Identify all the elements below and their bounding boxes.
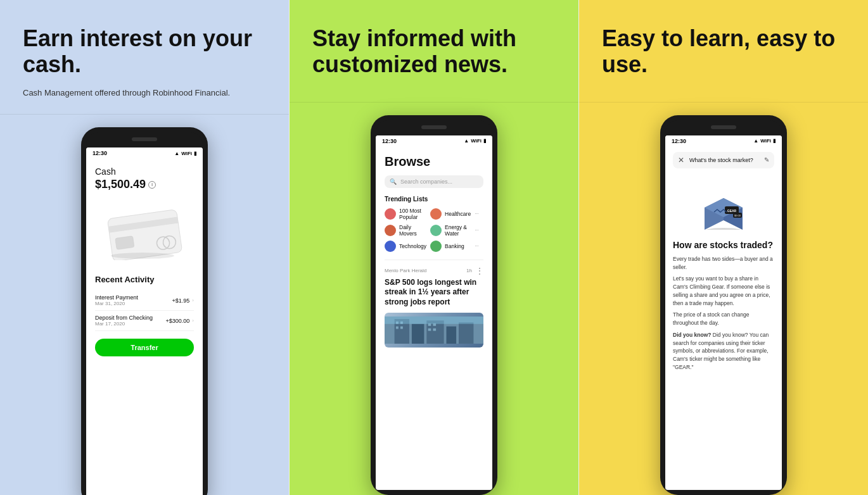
trending-label-5: Technology bbox=[399, 243, 426, 249]
panel1-subtext: Cash Management offered through Robinhoo… bbox=[23, 87, 266, 99]
signal-icon-2: ▲ bbox=[464, 138, 469, 144]
phone3-learn-screen: ✕ What's the stock market? ✎ bbox=[665, 147, 782, 380]
phone2-mockup: 12:30 ▲ WiFi ▮ Browse 🔍 Search companies… bbox=[371, 115, 497, 495]
svg-rect-18 bbox=[428, 328, 431, 330]
phone1-cash-screen: Cash $1,500.49 i bbox=[86, 159, 203, 364]
learn-question-text: What's the stock market? bbox=[689, 157, 759, 163]
signal-icon-3: ▲ bbox=[753, 138, 758, 144]
chevron-icon-1: › bbox=[192, 298, 194, 303]
trending-item-1[interactable]: 100 Most Popular bbox=[385, 208, 426, 220]
trending-label-1: 100 Most Popular bbox=[399, 208, 426, 220]
search-icon: 🔍 bbox=[390, 179, 397, 185]
cash-label: Cash bbox=[95, 166, 194, 177]
activity-2-date: Mar 17, 2020 bbox=[95, 321, 153, 327]
phone2-notch-bar bbox=[376, 120, 492, 134]
phone2-screen: 12:30 ▲ WiFi ▮ Browse 🔍 Search companies… bbox=[376, 135, 492, 490]
battery-icon-3: ▮ bbox=[773, 138, 775, 144]
learn-section-title: How are stocks traded? bbox=[673, 240, 774, 250]
phone3-notch bbox=[711, 125, 736, 129]
svg-rect-19 bbox=[433, 328, 436, 330]
gear-cube-illustration: GEAR $9.00 bbox=[673, 176, 774, 230]
trending-label-2: Healthcare bbox=[445, 211, 471, 217]
phone2-status-bar: 12:30 ▲ WiFi ▮ bbox=[376, 135, 492, 147]
phone2-notch bbox=[421, 125, 447, 129]
activity-1-date: Mar 31, 2020 bbox=[95, 301, 138, 306]
news-source-row: Menlo Park Herald 1h ⋮ bbox=[385, 266, 483, 275]
svg-text:GEAR: GEAR bbox=[727, 209, 737, 213]
cash-amount: $1,500.49 i bbox=[95, 178, 194, 191]
phone1-notch bbox=[132, 137, 157, 141]
panel3-heading: Easy to learn, easy to use. bbox=[602, 25, 845, 78]
trending-grid: 100 Most Popular Healthcare ··· Daily Mo… bbox=[385, 208, 483, 252]
trending-label-6: Banking bbox=[445, 243, 464, 249]
trending-item-5[interactable]: Technology bbox=[385, 241, 426, 252]
learn-para-2: Let's say you want to buy a share in Cam… bbox=[673, 275, 774, 307]
news-image bbox=[385, 313, 483, 348]
svg-point-28 bbox=[706, 228, 741, 230]
svg-text:$9.00: $9.00 bbox=[734, 214, 741, 217]
trending-item-4[interactable]: Energy & Water bbox=[430, 224, 471, 237]
svg-rect-20 bbox=[385, 316, 483, 324]
info-icon: i bbox=[148, 181, 156, 189]
search-placeholder: Search companies... bbox=[400, 179, 452, 185]
transfer-button[interactable]: Transfer bbox=[95, 339, 194, 356]
trending-circle-5 bbox=[385, 241, 396, 252]
trending-item-6[interactable]: Banking bbox=[430, 241, 471, 252]
panel2-phone-area: 12:30 ▲ WiFi ▮ Browse 🔍 Search companies… bbox=[290, 102, 578, 495]
phone3-screen: 12:30 ▲ WiFi ▮ ✕ What's the stock market… bbox=[665, 135, 782, 490]
trending-circle-4 bbox=[430, 225, 442, 236]
activity-1-info: Interest Payment Mar 31, 2020 bbox=[95, 294, 138, 306]
battery-icon: ▮ bbox=[194, 151, 196, 156]
news-item: Menlo Park Herald 1h ⋮ S&P 500 logs long… bbox=[385, 260, 483, 348]
phone3-status-bar: 12:30 ▲ WiFi ▮ bbox=[665, 135, 782, 147]
trending-item-3[interactable]: Daily Movers bbox=[385, 224, 426, 237]
svg-rect-10 bbox=[447, 326, 457, 343]
panel1-phone-area: 12:30 ▲ WiFi ▮ Cash $1,500.49 i bbox=[0, 114, 289, 495]
panel-easy-to-learn: Easy to learn, easy to use. 12:30 ▲ WiFi… bbox=[578, 0, 868, 495]
news-time: 1h bbox=[466, 268, 472, 273]
phone2-time: 12:30 bbox=[382, 138, 397, 144]
news-source-name: Menlo Park Herald bbox=[385, 268, 426, 273]
phone1-mockup: 12:30 ▲ WiFi ▮ Cash $1,500.49 i bbox=[81, 127, 208, 495]
activity-2-info: Deposit from Checking Mar 17, 2020 bbox=[95, 315, 153, 327]
learn-para-4: Did you know? Did you know? You can sear… bbox=[673, 331, 774, 372]
phone1-time: 12:30 bbox=[93, 150, 107, 156]
signal-icon: ▲ bbox=[174, 151, 179, 156]
battery-icon-2: ▮ bbox=[483, 138, 486, 144]
phone3-mockup: 12:30 ▲ WiFi ▮ ✕ What's the stock market… bbox=[660, 115, 787, 495]
phone1-status-icons: ▲ WiFi ▮ bbox=[174, 151, 196, 156]
trending-circle-6 bbox=[430, 241, 442, 252]
panel3-phone-area: 12:30 ▲ WiFi ▮ ✕ What's the stock market… bbox=[579, 102, 868, 495]
trending-label-4: Energy & Water bbox=[445, 224, 471, 237]
search-bar[interactable]: 🔍 Search companies... bbox=[385, 175, 483, 188]
trending-item-2[interactable]: Healthcare bbox=[430, 208, 471, 220]
svg-rect-11 bbox=[459, 322, 473, 344]
trending-circle-2 bbox=[430, 208, 442, 220]
chevron-icon-2: › bbox=[192, 318, 194, 323]
svg-rect-2 bbox=[115, 235, 134, 249]
edit-icon[interactable]: ✎ bbox=[764, 156, 769, 163]
trending-overflow-1: ··· bbox=[475, 211, 492, 216]
trending-circle-1 bbox=[385, 208, 396, 220]
svg-point-5 bbox=[111, 253, 174, 259]
trending-overflow-2: ··· bbox=[475, 227, 492, 233]
svg-rect-8 bbox=[412, 323, 424, 343]
card-svg bbox=[103, 206, 186, 260]
panel1-header: Earn interest on your cash. Cash Managem… bbox=[0, 0, 289, 114]
news-headline: S&P 500 logs longest win streak in 1½ ye… bbox=[385, 278, 483, 308]
phone1-notch-bar bbox=[86, 132, 203, 146]
recent-activity-label: Recent Activity bbox=[95, 275, 194, 284]
svg-rect-0 bbox=[107, 209, 182, 260]
news-more-icon[interactable]: ⋮ bbox=[476, 266, 483, 275]
wifi-icon-3: WiFi bbox=[760, 138, 771, 144]
close-icon[interactable]: ✕ bbox=[678, 156, 684, 165]
learn-para-1: Every trade has two sides—a buyer and a … bbox=[673, 255, 774, 272]
card-illustration bbox=[95, 201, 194, 265]
activity-row-1: Interest Payment Mar 31, 2020 +$1.95 › bbox=[95, 291, 194, 311]
learn-top-bar: ✕ What's the stock market? ✎ bbox=[673, 152, 774, 168]
activity-1-right: +$1.95 › bbox=[172, 298, 194, 304]
trending-overflow-3: ··· bbox=[475, 243, 492, 249]
panel2-header: Stay informed with customized news. bbox=[290, 0, 578, 102]
activity-2-right: +$300.00 › bbox=[166, 318, 194, 324]
svg-rect-14 bbox=[396, 326, 399, 329]
